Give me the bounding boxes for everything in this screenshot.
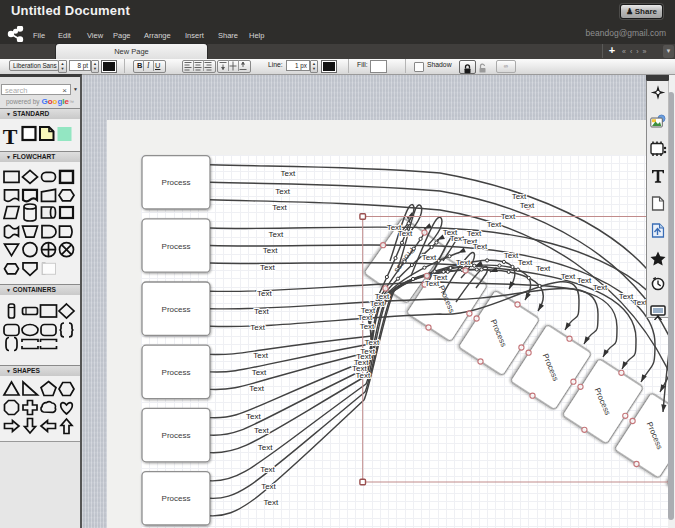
svg-text:Text: Text xyxy=(261,482,276,491)
svg-text:Text: Text xyxy=(260,263,275,272)
svg-text:Text: Text xyxy=(268,230,283,239)
svg-text:Text: Text xyxy=(253,351,268,360)
svg-text:Text: Text xyxy=(398,229,413,238)
svg-text:Text: Text xyxy=(473,242,488,251)
svg-text:Text: Text xyxy=(577,276,592,285)
svg-text:Text: Text xyxy=(422,253,437,262)
svg-text:Text: Text xyxy=(536,264,551,273)
svg-text:Text: Text xyxy=(260,465,275,474)
svg-text:Text: Text xyxy=(356,371,371,380)
svg-text:Text: Text xyxy=(593,283,608,292)
svg-text:Text: Text xyxy=(246,412,261,421)
svg-text:Process: Process xyxy=(162,242,191,251)
svg-text:Text: Text xyxy=(272,203,287,212)
svg-text:Process: Process xyxy=(162,178,191,187)
svg-text:Text: Text xyxy=(257,289,272,298)
svg-text:Text: Text xyxy=(512,192,527,201)
svg-text:Text: Text xyxy=(501,212,516,221)
svg-text:Text: Text xyxy=(263,498,278,507)
svg-text:Process: Process xyxy=(162,494,191,503)
svg-text:Process: Process xyxy=(162,368,191,377)
svg-text:Text: Text xyxy=(252,368,267,377)
svg-text:Process: Process xyxy=(162,431,191,440)
svg-text:Text: Text xyxy=(275,187,290,196)
svg-text:Text: Text xyxy=(364,338,379,347)
svg-text:Text: Text xyxy=(487,220,502,229)
svg-text:Text: Text xyxy=(467,229,482,238)
svg-text:Text: Text xyxy=(249,384,264,393)
svg-text:Text: Text xyxy=(254,426,269,435)
svg-text:Text: Text xyxy=(456,258,471,267)
svg-text:Text: Text xyxy=(281,169,296,178)
svg-text:Process: Process xyxy=(162,305,191,314)
svg-text:Text: Text xyxy=(520,201,535,210)
svg-text:Text: Text xyxy=(254,307,269,316)
svg-text:Text: Text xyxy=(360,322,375,331)
svg-text:Text: Text xyxy=(443,228,458,237)
svg-text:Text: Text xyxy=(561,272,576,281)
svg-text:Text: Text xyxy=(358,313,373,322)
svg-text:Text: Text xyxy=(425,279,440,288)
svg-text:Text: Text xyxy=(263,246,278,255)
svg-text:Text: Text xyxy=(518,258,533,267)
svg-text:Text: Text xyxy=(258,443,273,452)
svg-text:Text: Text xyxy=(250,323,265,332)
svg-text:T: T xyxy=(3,124,18,149)
